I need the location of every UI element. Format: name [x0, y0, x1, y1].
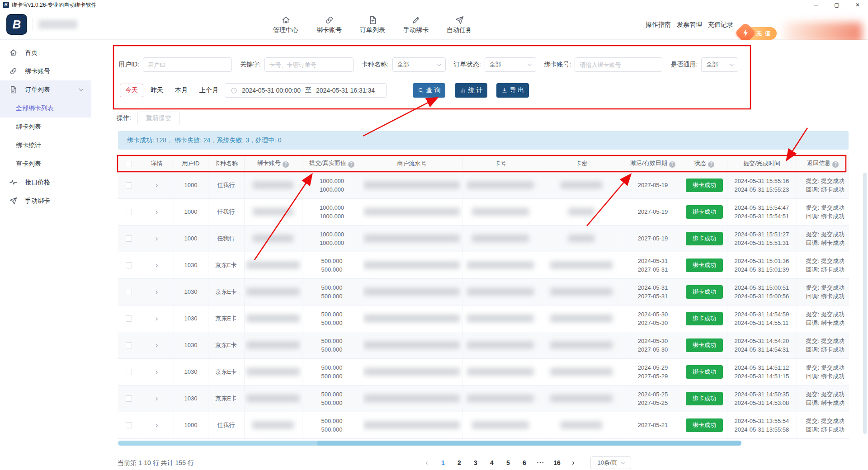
expand-row-icon[interactable]: ›	[156, 181, 158, 189]
expand-row-icon[interactable]: ›	[156, 341, 158, 349]
page-button-1[interactable]: 1	[437, 456, 449, 469]
sidebar-item-check-card-list[interactable]: 查卡列表	[0, 155, 91, 173]
table-row: ›1030京东E卡500.000500.0002024-05-302027-05…	[118, 305, 849, 332]
column-header: 卡号	[462, 155, 539, 172]
blurred-bind-account	[246, 368, 300, 376]
blurred-merchant-flow-no	[364, 235, 460, 242]
page-button-4[interactable]: 4	[486, 456, 498, 469]
row-checkbox[interactable]	[126, 342, 132, 348]
stats-button[interactable]: 统 计	[455, 83, 487, 98]
row-checkbox[interactable]	[126, 209, 132, 215]
sidebar-item-api-price[interactable]: 接口价格	[0, 173, 91, 192]
chevron-down-icon	[620, 460, 625, 464]
resubmit-button[interactable]: 重新提交	[137, 112, 180, 125]
bind-account-input[interactable]	[575, 57, 662, 72]
sidebar-item-home[interactable]: 首页	[0, 43, 91, 62]
quick-range-today[interactable]: 今天	[120, 84, 143, 97]
expand-row-icon[interactable]: ›	[156, 368, 158, 376]
quick-range-yesterday[interactable]: 昨天	[151, 86, 163, 94]
link-recharge-records[interactable]: 充值记录	[708, 21, 733, 29]
help-icon[interactable]: ?	[348, 161, 354, 168]
row-checkbox[interactable]	[126, 289, 132, 295]
nav-manual-bind[interactable]: 手动绑卡	[394, 10, 438, 40]
expand-row-icon[interactable]: ›	[156, 395, 158, 402]
page-size-select[interactable]: 10条/页	[590, 456, 631, 469]
recharge-button[interactable]: 充 值	[742, 27, 777, 40]
row-checkbox[interactable]	[126, 422, 132, 428]
minimize-button[interactable]: ─	[806, 0, 826, 10]
user-id-cell: 1030	[174, 305, 208, 332]
nav-management-center[interactable]: 管理中心	[264, 10, 307, 40]
nav-auto-task[interactable]: 自动任务	[438, 10, 481, 40]
blurred-bind-account	[253, 235, 293, 242]
table-row: ›1030京东E卡500.000500.0002024-05-252027-05…	[118, 385, 849, 412]
card-type-cell: 京东E卡	[208, 305, 244, 332]
keyword-input[interactable]	[264, 57, 354, 72]
home-icon	[281, 15, 291, 25]
sidebar-item-manual-bind[interactable]: 手动绑卡	[0, 192, 91, 210]
universal-select[interactable]: 全部	[701, 57, 738, 72]
expand-row-icon[interactable]: ›	[156, 208, 158, 216]
sidebar-item-bind-account[interactable]: 绑卡账号	[0, 62, 91, 80]
card-type-cell: 任我行	[208, 198, 244, 225]
maximize-button[interactable]: ▢	[826, 0, 847, 10]
nav-bind-account[interactable]: 绑卡账号	[307, 10, 351, 40]
face-value-cell: 500.000500.000	[302, 305, 362, 332]
chevron-down-icon	[527, 61, 532, 66]
link-invoice-management[interactable]: 发票管理	[677, 21, 702, 29]
help-icon[interactable]: ?	[669, 161, 675, 168]
page-button-5[interactable]: 5	[502, 456, 514, 469]
close-button[interactable]: ✕	[847, 0, 868, 10]
help-icon[interactable]: ?	[832, 161, 839, 168]
quick-range-last-month[interactable]: 上个月	[199, 86, 218, 94]
export-button[interactable]: 导 出	[496, 83, 529, 98]
expand-row-icon[interactable]: ›	[156, 235, 158, 242]
scrollbar-thumb[interactable]	[317, 441, 741, 446]
next-page-button[interactable]: ›	[567, 456, 580, 469]
bind-account-label: 绑卡账号:	[544, 61, 571, 69]
row-checkbox[interactable]	[126, 369, 132, 375]
page-button-16[interactable]: 16	[551, 456, 563, 469]
link-operation-guide[interactable]: 操作指南	[646, 21, 671, 29]
select-all-checkbox[interactable]	[126, 161, 132, 167]
user-id-input[interactable]	[143, 57, 232, 72]
table-row: ›1000任我行1000.0001000.0002027-05-19绑卡成功20…	[118, 198, 849, 225]
row-checkbox[interactable]	[126, 235, 132, 242]
date-range-input[interactable]: 2024-05-31 00:00:00 至 2024-05-31 16:31:3…	[225, 83, 387, 98]
sidebar-item-all-bind-list[interactable]: 全部绑卡列表	[0, 99, 91, 118]
row-checkbox[interactable]	[126, 395, 132, 402]
prev-page-button[interactable]: ‹	[420, 456, 433, 469]
card-type-label: 卡种名称:	[362, 61, 389, 69]
expand-row-icon[interactable]: ›	[156, 261, 158, 269]
user-id-label: 用户ID:	[118, 61, 139, 69]
vertical-scrollbar[interactable]	[863, 173, 867, 434]
page-button-3[interactable]: 3	[469, 456, 482, 469]
page-button-6[interactable]: 6	[518, 456, 531, 469]
quick-range-this-month[interactable]: 本月	[175, 86, 188, 94]
result-cell: 提交: 提交成功回调: 绑卡成功	[797, 385, 849, 412]
sidebar-item-bind-stats[interactable]: 绑卡统计	[0, 136, 91, 155]
expand-row-icon[interactable]: ›	[156, 288, 158, 296]
blurred-username	[38, 20, 77, 29]
card-type-select[interactable]: 全部	[392, 57, 446, 72]
pulse-icon	[9, 178, 18, 187]
user-id-cell: 1000	[174, 412, 208, 438]
page-button-2[interactable]: 2	[453, 456, 466, 469]
row-checkbox[interactable]	[126, 182, 132, 188]
help-icon[interactable]: ?	[283, 161, 289, 168]
row-checkbox[interactable]	[126, 262, 132, 268]
order-status-select[interactable]: 全部	[485, 57, 536, 72]
nav-order-list[interactable]: 订单列表	[351, 10, 394, 40]
expand-row-icon[interactable]: ›	[156, 421, 158, 429]
sidebar-item-bind-list[interactable]: 绑卡列表	[0, 118, 91, 136]
expand-row-icon[interactable]: ›	[156, 315, 158, 322]
row-checkbox[interactable]	[126, 315, 132, 322]
horizontal-scrollbar[interactable]	[118, 441, 741, 446]
chevron-down-icon	[437, 61, 441, 66]
sidebar-item-order-list[interactable]: 订单列表	[0, 80, 91, 99]
search-button[interactable]: 查 询	[413, 83, 445, 98]
help-icon[interactable]: ?	[708, 161, 714, 168]
table-row: ›1000任我行1000.0001000.0002027-05-19绑卡成功20…	[118, 172, 849, 198]
face-value-cell: 500.000500.000	[302, 332, 362, 358]
app-icon: B	[3, 2, 9, 8]
